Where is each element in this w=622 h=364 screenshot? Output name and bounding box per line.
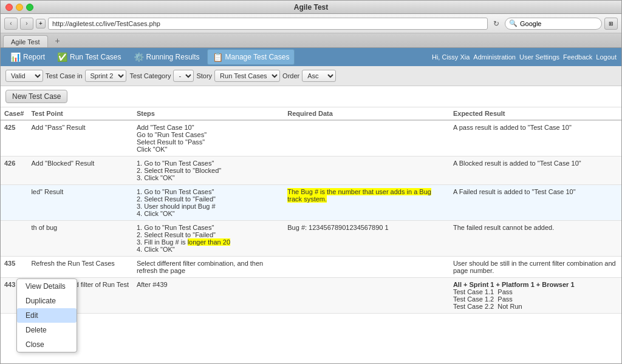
user-settings-link[interactable]: User Settings: [519, 53, 559, 61]
running-results-icon: ⚙️: [134, 52, 144, 62]
table-row: 426 Add "Blocked" Result 1. Go to "Run T…: [1, 157, 621, 185]
expected-result: The failed result cannot be added.: [449, 221, 621, 257]
table-row: 435 Refresh the Run Test Cases Select di…: [1, 257, 621, 278]
nav-right: Hi, Cissy Xia Administration User Settin…: [432, 53, 617, 61]
required-data: Bug #: 12345678901234567890 1: [284, 221, 449, 257]
col-case: Case#: [1, 107, 27, 120]
nav-item-run-test-cases[interactable]: ✅ Run Test Cases: [52, 49, 126, 65]
table-container: Case# Test Point Steps Required Data Exp…: [1, 107, 621, 363]
required-data: [284, 278, 449, 314]
sprint-select[interactable]: Sprint 2 Sprint 1: [85, 70, 126, 82]
context-menu-item-close[interactable]: Close: [17, 337, 77, 352]
test-point: th of bug: [27, 221, 132, 257]
nav-item-report[interactable]: 📊 Report: [5, 49, 50, 65]
back-button[interactable]: ‹: [4, 18, 18, 30]
search-icon: 🔍: [509, 19, 518, 27]
expected-result: A Blocked result is added to "Test Case …: [449, 157, 621, 185]
expected-result: A pass result is added to "Test Case 10": [449, 120, 621, 157]
order-label: Order: [282, 72, 299, 79]
category-filter-group: Test Category - Story Run Test Cases Ord…: [130, 70, 337, 82]
nav-run-label: Run Test Cases: [70, 53, 121, 61]
expected-result: User should be still in the current filt…: [449, 257, 621, 278]
admin-link[interactable]: Administration: [473, 53, 516, 61]
order-select[interactable]: Asc Desc: [302, 70, 336, 82]
window-title: Agile Test: [294, 3, 328, 12]
filter-bar: Valid Invalid Test Case in Sprint 2 Spri…: [1, 66, 621, 86]
tab-bar: Agile Test +: [1, 33, 621, 48]
case-number: 425: [1, 120, 27, 157]
test-case-in-label: Test Case in: [46, 72, 83, 79]
maximize-button[interactable]: [26, 4, 33, 11]
context-menu: View Details Duplicate Edit Delete Close: [16, 278, 77, 352]
context-menu-item-edit[interactable]: Edit: [17, 308, 77, 323]
required-data: [284, 120, 449, 157]
steps: Select different filter combination, and…: [133, 257, 284, 278]
app-window: Agile Test ‹ › + http://agiletest.cc/liv…: [0, 0, 622, 364]
reader-button[interactable]: ⊞: [604, 18, 618, 30]
nav-report-label: Report: [23, 53, 45, 61]
minimize-button[interactable]: [16, 4, 23, 11]
story-label: Story: [196, 72, 212, 79]
context-menu-item-view-details[interactable]: View Details: [17, 279, 77, 294]
url-text: http://agiletest.cc/live/TestCases.php: [52, 20, 160, 27]
forward-button[interactable]: ›: [20, 18, 33, 30]
search-placeholder: Google: [520, 20, 541, 27]
col-expected-result: Expected Result: [449, 107, 621, 120]
user-greeting: Hi, Cissy Xia: [432, 53, 470, 61]
new-test-case-button[interactable]: New Test Case: [5, 90, 67, 103]
expected-result: All + Sprint 1 + Platform 1 + Browser 1T…: [449, 278, 621, 314]
browser-toolbar: ‹ › + http://agiletest.cc/live/TestCases…: [1, 14, 621, 33]
category-select[interactable]: -: [173, 70, 194, 82]
story-select[interactable]: Run Test Cases: [214, 70, 280, 82]
manage-icon: 📋: [213, 52, 223, 62]
table-row: th of bug 1. Go to "Run Test Cases"2. Se…: [1, 221, 621, 257]
test-point: Refresh the Run Test Cases: [27, 257, 132, 278]
table-row: 425 Add "Pass" Result Add "Test Case 10"…: [1, 120, 621, 157]
run-test-icon: ✅: [57, 52, 67, 62]
steps: Add "Test Case 10"Go to "Run Test Cases"…: [133, 120, 284, 157]
nav-left: 📊 Report ✅ Run Test Cases ⚙️ Running Res…: [5, 49, 295, 65]
table-row: led" Result 1. Go to "Run Test Cases"2. …: [1, 185, 621, 221]
test-point: Add "Pass" Result: [27, 120, 132, 157]
col-test-point: Test Point: [27, 107, 132, 120]
required-data: The Bug # is the number that user adds i…: [284, 185, 449, 221]
table-row: 443 The Sprint/Build filter of Run Test …: [1, 278, 621, 314]
status-select[interactable]: Valid Invalid: [5, 70, 43, 82]
browser-tab[interactable]: Agile Test: [3, 35, 48, 47]
expected-result: A Failed result is added to "Test Case 1…: [449, 185, 621, 221]
add-tab-button[interactable]: +: [50, 34, 65, 47]
test-point: Add "Blocked" Result: [27, 157, 132, 185]
feedback-link[interactable]: Feedback: [563, 53, 592, 61]
required-data: [284, 157, 449, 185]
search-bar[interactable]: 🔍 Google: [505, 18, 602, 30]
test-category-label: Test Category: [130, 72, 171, 79]
nav-manage-label: Manage Test Cases: [225, 53, 290, 61]
case-number: 426: [1, 157, 27, 185]
case-number: [1, 221, 27, 257]
test-cases-table: Case# Test Point Steps Required Data Exp…: [1, 107, 621, 314]
required-data: [284, 257, 449, 278]
nav-item-running-results[interactable]: ⚙️ Running Results: [129, 49, 205, 65]
steps: 1. Go to "Run Test Cases"2. Select Resul…: [133, 157, 284, 185]
step-highlight: longer than 20: [188, 238, 230, 246]
steps: 1. Go to "Run Test Cases"2. Select Resul…: [133, 221, 284, 257]
app-nav: 📊 Report ✅ Run Test Cases ⚙️ Running Res…: [1, 48, 621, 66]
status-filter-group: Valid Invalid Test Case in Sprint 2 Spri…: [5, 70, 126, 82]
col-steps: Steps: [133, 107, 284, 120]
highlighted-text: The Bug # is the number that user adds i…: [287, 188, 431, 203]
context-menu-item-delete[interactable]: Delete: [17, 323, 77, 337]
context-menu-item-duplicate[interactable]: Duplicate: [17, 294, 77, 308]
window-controls: [5, 4, 33, 11]
nav-running-label: Running Results: [146, 53, 200, 61]
test-point: led" Result: [27, 185, 132, 221]
url-bar[interactable]: http://agiletest.cc/live/TestCases.php: [48, 18, 488, 30]
new-tab-button[interactable]: +: [36, 19, 46, 29]
refresh-button[interactable]: ↻: [490, 18, 502, 30]
close-button[interactable]: [5, 4, 13, 11]
case-number: [1, 185, 27, 221]
nav-item-manage-test-cases[interactable]: 📋 Manage Test Cases: [207, 49, 295, 65]
logout-link[interactable]: Logout: [596, 53, 617, 61]
steps: 1. Go to "Run Test Cases"2. Select Resul…: [133, 185, 284, 221]
col-required-data: Required Data: [284, 107, 449, 120]
title-bar: Agile Test: [1, 1, 621, 14]
